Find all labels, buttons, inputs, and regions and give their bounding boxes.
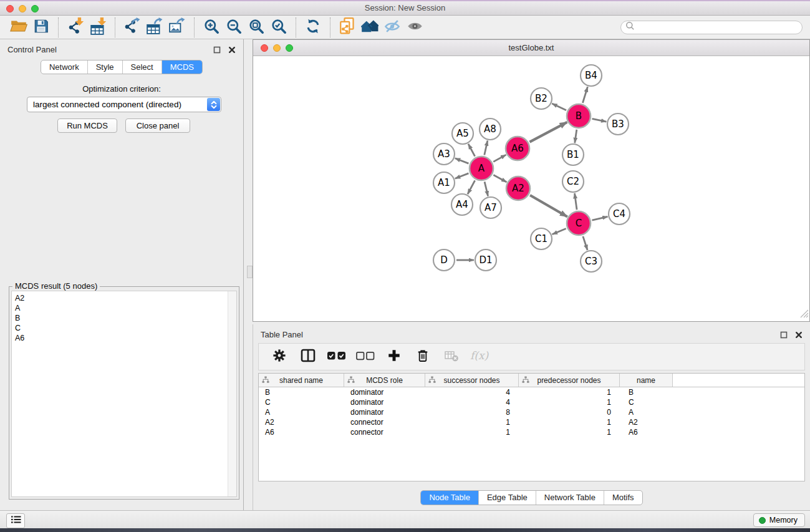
edge-A-A4[interactable] [468, 180, 475, 194]
edge-A2-C[interactable] [530, 195, 567, 217]
table-cell[interactable]: A2 [620, 417, 673, 427]
node-A4[interactable]: A4 [451, 194, 473, 215]
node-B1[interactable]: B1 [562, 144, 584, 165]
float-panel-icon[interactable] [213, 45, 221, 56]
zoom-in-button[interactable] [200, 17, 223, 37]
table-row[interactable]: Adominator80A [259, 407, 804, 417]
node-D[interactable]: D [433, 249, 455, 271]
split-view-button[interactable] [296, 346, 320, 367]
edge-A-A2[interactable] [493, 175, 506, 181]
edge-A-A5[interactable] [468, 144, 475, 157]
edge-B-B4[interactable] [582, 87, 587, 103]
table-cell[interactable]: A [259, 407, 344, 417]
add-row-button[interactable] [382, 346, 406, 367]
table-cell[interactable]: 8 [425, 407, 519, 417]
edge-A-A1[interactable] [455, 173, 469, 178]
zoom-fit-button[interactable] [245, 17, 268, 37]
zoom-out-button[interactable] [223, 17, 245, 37]
node-B[interactable]: B [567, 104, 591, 128]
mcds-result-item[interactable]: A [12, 303, 236, 313]
edge-A-A7[interactable] [485, 181, 488, 196]
table-cell[interactable]: connector [344, 417, 425, 427]
table-cell[interactable]: A6 [259, 427, 344, 437]
deselect-all-button[interactable] [354, 346, 377, 367]
edge-B-B1[interactable] [575, 130, 577, 143]
task-history-button[interactable] [6, 513, 25, 528]
network-canvas[interactable]: B4B2BB3A8A5A6A3B1AC2A1A2A4A7C4CC1C3DD1 [253, 56, 809, 321]
node-B3[interactable]: B3 [607, 114, 629, 135]
table-cell[interactable]: B [620, 387, 673, 397]
table-cell[interactable]: 1 [519, 417, 620, 427]
edge-B-B3[interactable] [592, 118, 607, 122]
edge-B-B2[interactable] [552, 104, 566, 110]
table-cell[interactable]: 4 [425, 387, 519, 397]
tab-motifs[interactable]: Motifs [604, 491, 642, 505]
node-A5[interactable]: A5 [452, 123, 473, 144]
close-window-button[interactable] [6, 5, 14, 12]
export-table-button[interactable] [143, 17, 166, 37]
table-cell[interactable]: dominator [344, 387, 425, 397]
show-hide-panels-button[interactable] [359, 17, 381, 37]
node-C[interactable]: C [567, 211, 591, 235]
table-cell[interactable]: 1 [519, 427, 620, 437]
column-header-successor-nodes[interactable]: successor nodes [425, 374, 519, 387]
edge-C-C1[interactable] [552, 228, 566, 234]
table-cell[interactable]: C [259, 397, 344, 407]
show-graphics-details-button[interactable] [403, 17, 426, 37]
table-row[interactable]: Bdominator41B [259, 387, 804, 397]
column-header-shared-name[interactable]: shared name [259, 374, 344, 387]
settings-button[interactable] [268, 346, 291, 367]
zoom-selected-button[interactable] [268, 17, 290, 37]
tab-mcds[interactable]: MCDS [162, 60, 202, 74]
search-box[interactable] [620, 21, 803, 34]
table-cell[interactable]: dominator [344, 397, 425, 407]
minimize-window-button[interactable] [19, 5, 26, 12]
network-graph[interactable]: B4B2BB3A8A5A6A3B1AC2A1A2A4A7C4CC1C3DD1 [253, 56, 809, 321]
table-row[interactable]: Cdominator41C [259, 397, 804, 407]
table-row[interactable]: A6connector11A6 [259, 427, 804, 437]
node-A1[interactable]: A1 [433, 172, 455, 193]
node-A3[interactable]: A3 [433, 143, 455, 165]
node-A6[interactable]: A6 [506, 137, 529, 160]
mcds-result-list[interactable]: A2ABCA6 [11, 291, 237, 497]
table-row[interactable]: A2connector11A2 [259, 417, 804, 427]
tab-network-table[interactable]: Network Table [536, 491, 604, 505]
mcds-result-item[interactable]: A6 [12, 333, 236, 343]
table-cell[interactable]: C [620, 397, 673, 407]
table-cell[interactable]: A [620, 407, 673, 417]
node-D1[interactable]: D1 [475, 249, 496, 271]
node-C3[interactable]: C3 [581, 251, 602, 272]
edge-C-C2[interactable] [575, 193, 577, 210]
edge-A-A6[interactable] [493, 155, 506, 162]
edge-C-C4[interactable] [592, 216, 607, 220]
import-network-button[interactable] [64, 17, 87, 37]
zoom-window-button[interactable] [31, 5, 39, 12]
tab-select[interactable]: Select [122, 60, 162, 74]
table-cell[interactable]: 1 [519, 387, 620, 397]
edge-C-C3[interactable] [583, 236, 587, 250]
resize-grip-icon[interactable] [800, 309, 809, 321]
tab-edge-table[interactable]: Edge Table [478, 491, 536, 505]
node-C1[interactable]: C1 [531, 228, 552, 249]
node-C2[interactable]: C2 [562, 171, 584, 192]
node-A7[interactable]: A7 [480, 197, 501, 218]
network-zoom-button[interactable] [286, 44, 293, 52]
mcds-result-item[interactable]: C [12, 323, 236, 333]
mcds-result-item[interactable]: A2 [12, 293, 236, 303]
table-cell[interactable]: 1 [519, 397, 620, 407]
node-C4[interactable]: C4 [609, 203, 630, 225]
export-image-button[interactable] [166, 17, 188, 37]
node-B2[interactable]: B2 [531, 88, 552, 109]
hide-graphics-details-button[interactable] [381, 17, 403, 37]
memory-button[interactable]: Memory [753, 513, 805, 527]
edge-A6-B[interactable] [529, 122, 567, 142]
edge-A-A8[interactable] [485, 141, 488, 155]
close-panel-icon[interactable] [228, 45, 236, 56]
new-network-from-selection-button[interactable] [336, 17, 359, 37]
table-cell[interactable]: dominator [344, 407, 425, 417]
node-B4[interactable]: B4 [581, 65, 602, 86]
result-list-scrollbar[interactable] [228, 291, 236, 496]
tab-node-table[interactable]: Node Table [421, 491, 478, 505]
mcds-result-item[interactable]: B [12, 313, 236, 323]
node-A8[interactable]: A8 [480, 118, 501, 140]
